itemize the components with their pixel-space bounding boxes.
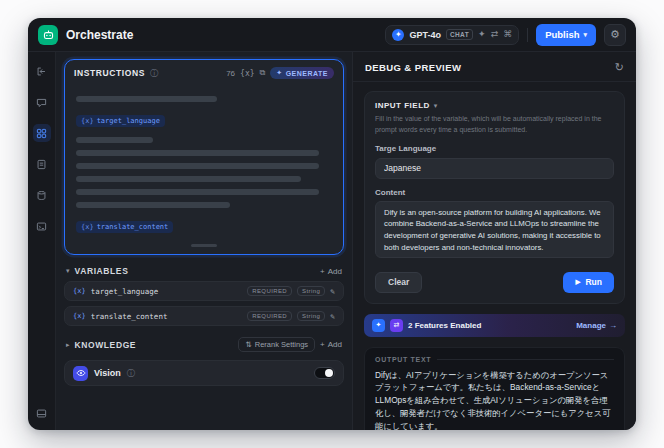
- topbar-divider: [527, 28, 528, 42]
- features-count-label: 2 Features Enabled: [408, 321, 481, 330]
- top-bar: Orchestrate ✦ GPT-4o CHAT ✦ ⇄ ⌘ Publish …: [28, 18, 636, 52]
- add-label: Add: [328, 340, 342, 349]
- knowledge-title: KNOWLEDGE: [75, 340, 137, 350]
- insert-variable-icon[interactable]: {x}: [240, 69, 254, 78]
- swap-model-icon[interactable]: ⇄: [491, 30, 499, 39]
- sidebar-item-chat[interactable]: [33, 93, 51, 111]
- variable-token-icon: {x}: [81, 117, 94, 125]
- chat-bubble-icon: [36, 97, 47, 108]
- add-knowledge-button[interactable]: + Add: [320, 340, 342, 349]
- prompt-content[interactable]: {x} target_language {x} translate_conten…: [65, 83, 343, 254]
- edit-icon[interactable]: ✎: [330, 287, 335, 296]
- sparkle-icon[interactable]: ✦: [478, 30, 486, 39]
- publish-button[interactable]: Publish ▾: [536, 24, 596, 46]
- model-mode-badge: CHAT: [446, 29, 473, 40]
- debug-header: DEBUG & PREVIEW ↻: [353, 52, 636, 82]
- clear-button[interactable]: Clear: [375, 272, 422, 293]
- toggle-knob: [325, 369, 333, 377]
- variables-section-header: ▾ VARIABLES + Add: [66, 266, 342, 276]
- gear-icon: ⚙: [610, 28, 620, 41]
- text-placeholder-line: [76, 176, 301, 182]
- text-placeholder-line: [76, 150, 319, 156]
- model-provider-icon: ✦: [392, 29, 404, 41]
- variables-title: VARIABLES: [75, 266, 129, 276]
- variable-row-translate-content[interactable]: {x} translate_content REQUIRED String ✎: [64, 306, 344, 326]
- sidebar-item-orchestrate[interactable]: [33, 124, 51, 142]
- sidebar-item-document[interactable]: [33, 155, 51, 173]
- app-logo-icon[interactable]: [38, 25, 58, 45]
- output-title: OUTPUT TEXT: [375, 356, 431, 363]
- variable-name: target_language: [91, 287, 159, 296]
- vision-toggle[interactable]: [314, 367, 335, 379]
- publish-label: Publish: [545, 29, 579, 40]
- required-badge: REQUIRED: [247, 286, 292, 296]
- type-badge[interactable]: String: [297, 286, 325, 296]
- output-card: OUTPUT TEXT Difyは、AIアプリケーションを構築するためのオープン…: [364, 347, 625, 431]
- sidebar-item-panel[interactable]: [33, 404, 51, 422]
- debug-body: INPUT FIELD ▾ Fill in the value of the v…: [353, 82, 636, 430]
- database-icon: [36, 190, 47, 201]
- info-icon: ⓘ: [127, 368, 135, 379]
- header-rule: [437, 359, 614, 360]
- vision-eye-icon: [73, 366, 88, 381]
- variable-token-icon: {x}: [81, 223, 94, 231]
- panel-layout-icon: [36, 408, 47, 419]
- variable-chip-translate-content[interactable]: {x} translate_content: [76, 221, 173, 233]
- back-arrow-icon: [36, 66, 47, 77]
- feature-icon-speech: ⇄: [390, 319, 403, 332]
- chevron-right-icon[interactable]: ▸: [66, 341, 70, 349]
- content-label: Content: [375, 188, 614, 197]
- variable-row-target-language[interactable]: {x} target_language REQUIRED String ✎: [64, 281, 344, 301]
- document-icon: [36, 159, 47, 170]
- sparkle-icon: ✦: [276, 69, 282, 77]
- generate-label: GENERATE: [286, 70, 328, 77]
- copy-icon[interactable]: ⧉: [260, 68, 266, 78]
- sidebar: [28, 52, 56, 430]
- text-placeholder-line: [76, 163, 319, 169]
- required-badge: REQUIRED: [247, 311, 292, 321]
- features-bar: ✦ ⇄ 2 Features Enabled Manage →: [364, 314, 625, 337]
- target-language-label: Targe Language: [375, 144, 614, 153]
- instructions-editor[interactable]: INSTRUCTIONS ⓘ 76 {x} ⧉ ✦ GENERATE: [64, 59, 344, 255]
- run-label: Run: [585, 277, 602, 287]
- shortcut-icon[interactable]: ⌘: [503, 30, 512, 39]
- instructions-title: INSTRUCTIONS: [74, 68, 145, 78]
- input-field-header[interactable]: INPUT FIELD ▾: [375, 101, 614, 110]
- manage-label: Manage: [576, 321, 606, 330]
- page-title: Orchestrate: [66, 28, 133, 42]
- rerank-settings-button[interactable]: ⇅ Rerank Settings: [238, 337, 315, 352]
- play-icon: ▶: [575, 278, 580, 286]
- generate-button[interactable]: ✦ GENERATE: [270, 67, 334, 79]
- add-variable-button[interactable]: + Add: [320, 267, 342, 276]
- input-field-title: INPUT FIELD: [375, 101, 430, 110]
- run-button[interactable]: ▶ Run: [563, 272, 614, 293]
- chevron-down-icon[interactable]: ▾: [66, 267, 70, 275]
- model-name: GPT-4o: [409, 30, 441, 40]
- text-placeholder-line: [76, 96, 217, 102]
- action-row: Clear ▶ Run: [375, 272, 614, 293]
- sidebar-item-terminal[interactable]: [33, 217, 51, 235]
- rerank-label: Rerank Settings: [255, 340, 308, 349]
- type-badge[interactable]: String: [297, 311, 325, 321]
- sidebar-item-dataset[interactable]: [33, 186, 51, 204]
- text-placeholder-line: [76, 137, 153, 143]
- main-area: INSTRUCTIONS ⓘ 76 {x} ⧉ ✦ GENERATE: [56, 52, 636, 430]
- edit-icon[interactable]: ✎: [330, 312, 335, 321]
- sidebar-item-back[interactable]: [33, 62, 51, 80]
- variable-name: translate_content: [91, 312, 168, 321]
- apps-grid-icon: [36, 128, 47, 139]
- plus-icon: +: [320, 340, 325, 349]
- debug-preview-pane: DEBUG & PREVIEW ↻ INPUT FIELD ▾ Fill in …: [352, 52, 636, 430]
- model-selector[interactable]: ✦ GPT-4o CHAT ✦ ⇄ ⌘: [385, 25, 519, 45]
- refresh-icon[interactable]: ↻: [615, 61, 624, 74]
- content-textarea[interactable]: Dify is an open-source platform for buil…: [375, 201, 614, 258]
- orchestrate-pane: INSTRUCTIONS ⓘ 76 {x} ⧉ ✦ GENERATE: [56, 52, 352, 430]
- resize-handle[interactable]: [191, 244, 217, 247]
- settings-button[interactable]: ⚙: [604, 24, 626, 46]
- variable-chip-target-language[interactable]: {x} target_language: [76, 115, 165, 127]
- target-language-input[interactable]: [375, 158, 614, 179]
- input-field-description: Fill in the value of the variable, which…: [375, 114, 614, 135]
- manage-features-button[interactable]: Manage →: [576, 321, 617, 330]
- debug-title: DEBUG & PREVIEW: [365, 62, 461, 73]
- variable-token-icon: {x}: [73, 287, 86, 295]
